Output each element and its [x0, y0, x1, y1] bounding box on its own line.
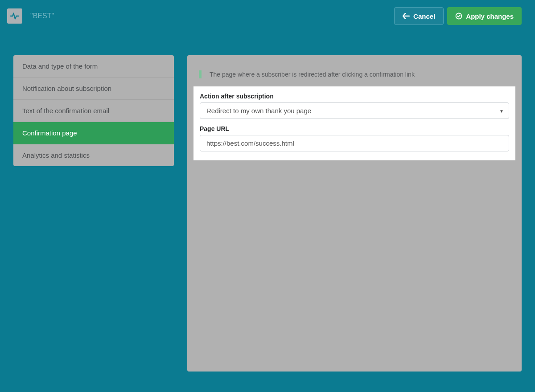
- sidebar: Data and type of the form Notification a…: [13, 55, 174, 166]
- app-logo: [7, 8, 22, 24]
- sidebar-item-label: Text of the confirmation email: [22, 107, 109, 114]
- sidebar-item-notification[interactable]: Notification about subscription: [13, 78, 174, 100]
- form-card: Action after subscription Redirect to my…: [193, 86, 515, 160]
- sidebar-item-label: Analytics and statistics: [22, 151, 90, 159]
- hint-text: The page where a subscriber is redirecte…: [210, 71, 415, 78]
- page-url-label: Page URL: [200, 125, 509, 132]
- sidebar-item-email-text[interactable]: Text of the confirmation email: [13, 100, 174, 122]
- sidebar-item-data-type[interactable]: Data and type of the form: [13, 55, 174, 78]
- action-label: Action after subscription: [200, 93, 509, 100]
- sidebar-item-confirmation-page[interactable]: Confirmation page: [13, 122, 174, 144]
- apply-changes-button[interactable]: Apply changes: [447, 7, 522, 25]
- page-url-input[interactable]: [200, 135, 509, 151]
- check-circle-icon: [455, 12, 462, 20]
- hint-accent-bar: [199, 70, 202, 78]
- sidebar-item-analytics[interactable]: Analytics and statistics: [13, 144, 174, 166]
- cancel-button[interactable]: Cancel: [394, 7, 444, 25]
- arrow-left-icon: [403, 13, 410, 19]
- page-title: "BEST": [30, 12, 54, 20]
- main-panel: The page where a subscriber is redirecte…: [187, 55, 522, 372]
- select-value: Redirect to my own thank you page: [206, 107, 311, 114]
- sidebar-item-label: Data and type of the form: [22, 62, 98, 70]
- cancel-button-label: Cancel: [413, 12, 435, 20]
- sidebar-item-label: Notification about subscription: [22, 85, 111, 92]
- sidebar-item-label: Confirmation page: [22, 129, 77, 137]
- apply-button-label: Apply changes: [466, 12, 514, 20]
- action-after-subscription-select[interactable]: Redirect to my own thank you page: [200, 102, 509, 119]
